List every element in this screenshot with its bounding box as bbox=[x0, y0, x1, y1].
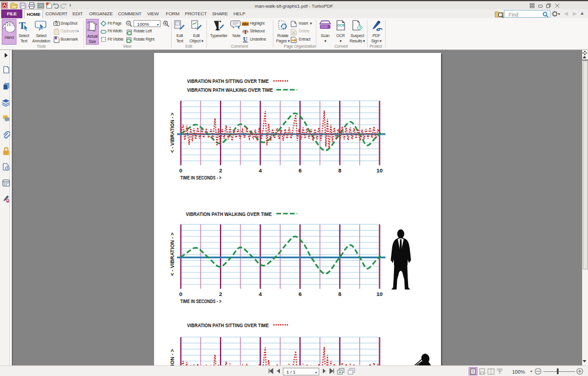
svg-text:VIBRATION PATH SITTING OVER TI: VIBRATION PATH SITTING OVER TIME bbox=[187, 322, 269, 328]
svg-text:VIBRATION PATH WALKING OVER TI: VIBRATION PATH WALKING OVER TIME bbox=[186, 211, 272, 217]
svg-text:10: 10 bbox=[376, 167, 383, 174]
svg-text:U: U bbox=[243, 36, 248, 42]
svg-text:6: 6 bbox=[299, 167, 302, 174]
svg-text:8: 8 bbox=[338, 167, 341, 174]
svg-text:abc: abc bbox=[242, 22, 249, 26]
svg-text:10: 10 bbox=[376, 291, 383, 297]
svg-text:OCR: OCR bbox=[337, 24, 344, 27]
svg-text:VIBRATION PATH WALKING OVER TI: VIBRATION PATH WALKING OVER TIME bbox=[187, 86, 273, 93]
svg-text:< - VIBRATION - >: < - VIBRATION - > bbox=[169, 349, 175, 365]
svg-text:TIME IN SECONDS - >: TIME IN SECONDS - > bbox=[181, 174, 222, 181]
svg-text:TIME IN SECONDS - >: TIME IN SECONDS - > bbox=[181, 298, 222, 304]
svg-text:4: 4 bbox=[259, 291, 262, 297]
svg-text:< - VIBRATION - >: < - VIBRATION - > bbox=[169, 232, 175, 276]
svg-text:VIBRATION PATH SITTING OVER TI: VIBRATION PATH SITTING OVER TIME bbox=[187, 78, 269, 84]
svg-text:4: 4 bbox=[259, 167, 262, 174]
svg-text:6: 6 bbox=[299, 291, 302, 297]
svg-text:2: 2 bbox=[219, 291, 222, 297]
svg-text:2: 2 bbox=[219, 167, 222, 174]
svg-text:8: 8 bbox=[338, 291, 341, 297]
svg-text:?: ? bbox=[359, 26, 361, 30]
svg-text:0: 0 bbox=[179, 291, 182, 297]
svg-text:0: 0 bbox=[179, 167, 182, 174]
svg-text:< - VIBRATION - >: < - VIBRATION - > bbox=[169, 113, 175, 153]
